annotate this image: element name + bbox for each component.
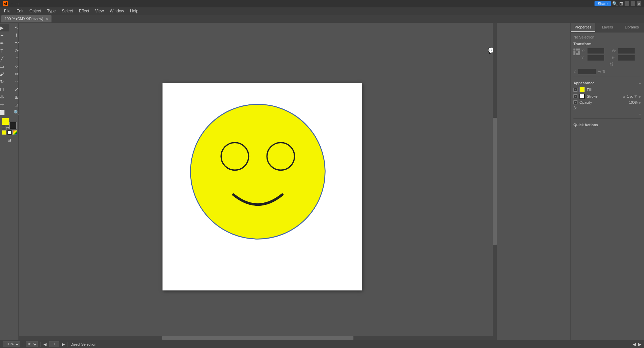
x-input-group: X:	[581, 48, 611, 54]
quick-actions-header: Quick Actions	[573, 121, 641, 129]
more-tools-btn[interactable]: ···	[8, 333, 11, 339]
fill-label: Fill	[587, 88, 592, 92]
gradient-mode-icon[interactable]	[12, 130, 17, 135]
scale-tool[interactable]: ⊡	[0, 86, 9, 93]
pen-tool[interactable]: ✒	[0, 39, 9, 47]
angle-input[interactable]	[578, 69, 596, 75]
h-label: H:	[612, 56, 617, 60]
panel-tabs: Properties Layers Libraries	[571, 23, 644, 32]
app-icon: Ai	[3, 1, 8, 6]
tab-properties[interactable]: Properties	[571, 23, 595, 32]
stroke-row: ✓ Stroke ▲ 1 pt ▼ ▶	[573, 94, 641, 99]
angle-label: ∠	[573, 70, 576, 74]
stroke-visibility-checkbox[interactable]: ✓	[573, 94, 577, 98]
line-segment-tool[interactable]: ╱	[0, 55, 9, 62]
reference-point-grid[interactable]	[573, 49, 580, 55]
share-button[interactable]: Share	[595, 1, 611, 6]
fill-swatch[interactable]	[2, 118, 9, 125]
appearance-section-header: Appearance	[573, 81, 595, 85]
stroke-mode-icon[interactable]	[7, 130, 12, 135]
collapse-btn[interactable]: ─	[11, 2, 13, 6]
w-label: W:	[612, 49, 617, 53]
opacity-options-icon[interactable]: ▶	[639, 101, 641, 104]
grid-view-button[interactable]: ⊞	[619, 1, 623, 6]
tab-bar: 100 % (CMYK/Preview) ✕	[0, 15, 644, 23]
symbol-sprayer-tool[interactable]: ⁜	[0, 101, 9, 108]
x-input[interactable]	[587, 48, 605, 54]
fill-mode-icon[interactable]	[2, 130, 6, 135]
h-input[interactable]	[618, 55, 635, 61]
flip-horizontal-icon[interactable]: ⇋	[598, 69, 601, 74]
fill-row: ✓ Fill	[573, 87, 641, 92]
menu-view[interactable]: View	[93, 8, 107, 14]
swap-colors-icon[interactable]: ⇄	[6, 126, 9, 129]
prev-page-btn[interactable]: ◀	[633, 342, 636, 347]
fx-icon[interactable]: fx	[573, 106, 576, 110]
close-button[interactable]: ✕	[637, 1, 641, 6]
prev-artboard-btn[interactable]: ◀	[43, 342, 46, 347]
titlebar-right: Share 🔍 ⊞ ─ □ ✕	[595, 1, 641, 6]
title-bar: Ai ─ □ Share 🔍 ⊞ ─ □ ✕	[0, 0, 644, 7]
status-divider-3	[68, 342, 68, 347]
tab-close-icon[interactable]: ✕	[45, 17, 48, 21]
w-input[interactable]	[618, 48, 635, 54]
rotate-tool[interactable]: ↻	[0, 78, 9, 85]
horizontal-scrollbar[interactable]	[19, 336, 497, 340]
fill-color-swatch[interactable]	[579, 87, 585, 92]
menu-object[interactable]: Object	[27, 8, 44, 14]
next-artboard-btn[interactable]: ▶	[62, 342, 65, 347]
divider-2	[573, 118, 641, 119]
flip-vertical-icon[interactable]: ⇅	[602, 69, 606, 74]
status-divider-2	[40, 342, 41, 347]
stroke-options-icon[interactable]: ▶	[639, 95, 641, 98]
screen-mode-btn[interactable]: ⊟	[2, 137, 17, 144]
artboard	[163, 83, 362, 290]
menu-file[interactable]: File	[1, 8, 13, 14]
menu-type[interactable]: Type	[44, 8, 59, 14]
no-selection-label: No Selection	[573, 35, 641, 39]
paintbrush-tool[interactable]: 🖌	[0, 70, 9, 78]
vertical-scrollbar[interactable]	[493, 23, 497, 340]
stroke-weight-down-icon[interactable]: ▼	[634, 94, 638, 99]
zoom-select[interactable]: 100% 50% 200%	[3, 341, 20, 347]
tab-layers[interactable]: Layers	[595, 23, 620, 32]
document-tab[interactable]: 100 % (CMYK/Preview) ✕	[1, 15, 51, 22]
stroke-swatch[interactable]	[9, 122, 17, 129]
angle-select[interactable]: 0°	[26, 341, 38, 347]
maximize-button[interactable]: □	[631, 1, 635, 6]
stroke-weight-value: 1 pt	[627, 95, 633, 98]
stroke-label: Stroke	[587, 94, 598, 98]
minimize-button[interactable]: ─	[625, 1, 629, 6]
main-area: ▶ ↖ ✦ ⌇ ✒ 〜 T ⟳ ╱ ◜ ▭ ○ 🖌 ✏ ↻ ↔	[0, 23, 644, 340]
quick-actions-label: Quick Actions	[573, 123, 598, 127]
status-bar: 100% 50% 200% 0° ◀ ▶ Direct Selection ◀ …	[0, 340, 644, 348]
canvas-area[interactable]: 💬	[19, 23, 570, 340]
menu-window[interactable]: Window	[107, 8, 127, 14]
magic-wand-tool[interactable]: ✦	[0, 32, 9, 39]
stroke-weight-up-icon[interactable]: ▲	[622, 94, 626, 99]
artboard-tool[interactable]: ⬜	[0, 109, 9, 116]
menu-select[interactable]: Select	[59, 8, 76, 14]
menu-edit[interactable]: Edit	[14, 8, 26, 14]
appearance-more-icon[interactable]: ···	[637, 80, 641, 86]
stroke-color-swatch[interactable]	[579, 94, 585, 99]
constrain-proportions-icon[interactable]: ⛓	[610, 62, 614, 67]
search-button[interactable]: 🔍	[612, 1, 618, 6]
warp-tool[interactable]: ⁂	[0, 93, 9, 101]
next-page-btn[interactable]: ▶	[638, 342, 641, 347]
panel-content: No Selection Transform	[571, 32, 644, 340]
menu-help[interactable]: Help	[127, 8, 141, 14]
expand-btn[interactable]: □	[16, 2, 18, 6]
artboard-number-input[interactable]	[49, 341, 59, 347]
opacity-visibility-checkbox[interactable]: ✓	[573, 100, 577, 104]
fill-visibility-checkbox[interactable]: ✓	[573, 88, 577, 92]
y-input[interactable]	[587, 55, 605, 61]
default-colors-icon[interactable]	[2, 126, 5, 129]
menu-effect[interactable]: Effect	[76, 8, 92, 14]
rectangle-tool[interactable]: ▭	[0, 63, 9, 70]
selection-tool[interactable]: ▶	[0, 24, 9, 31]
smiley-face[interactable]	[186, 100, 330, 244]
tab-libraries[interactable]: Libraries	[620, 23, 644, 32]
text-tool[interactable]: T	[0, 47, 9, 55]
appearance-bottom-more-icon[interactable]: ···	[637, 111, 641, 116]
